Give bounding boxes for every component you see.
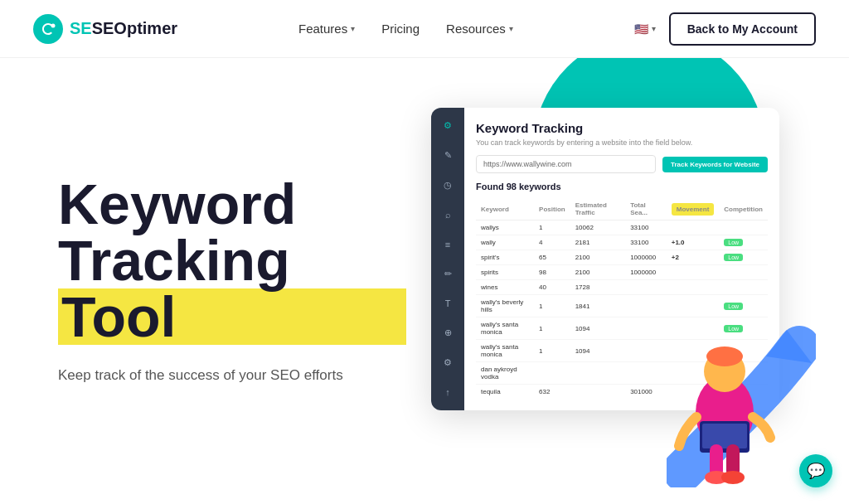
sidebar-pencil-icon: ✏	[439, 266, 456, 283]
lang-chevron-icon: ▾	[652, 24, 656, 33]
back-to-account-button[interactable]: Back to My Account	[669, 12, 816, 46]
logo[interactable]: SESEOptimerSEOptimer	[33, 14, 177, 44]
main-content: Keyword Tracking Tool Keep track of the …	[0, 58, 849, 504]
hero-left: Keyword Tracking Tool Keep track of the …	[58, 176, 406, 386]
logo-text: SESEOptimerSEOptimer	[70, 19, 177, 38]
sidebar-search-icon: ⚙	[439, 118, 456, 134]
header: SESEOptimerSEOptimer Features ▾ Pricing …	[0, 0, 849, 58]
nav-resources[interactable]: Resources ▾	[446, 22, 513, 36]
card-subtitle: You can track keywords by entering a web…	[476, 138, 768, 147]
sidebar-chart-icon: ◷	[439, 177, 456, 193]
svg-point-4	[706, 346, 743, 366]
card-title: Keyword Tracking	[476, 121, 768, 135]
table-row: wally4218133100+1.0Low	[476, 235, 768, 250]
main-nav: Features ▾ Pricing Resources ▾	[298, 22, 513, 36]
search-bar: https://www.wallywine.com Track Keywords…	[476, 155, 768, 173]
hero-title-line2-text: Tracking	[58, 229, 290, 292]
card-sidebar: ⚙ ✎ ◷ ⌕ ≡ ✏ T ⊕ ⚙ ↑	[431, 108, 464, 410]
nav-pricing[interactable]: Pricing	[381, 22, 420, 36]
col-competition: Competition	[719, 198, 768, 220]
chat-bubble-button[interactable]: 💬	[799, 454, 832, 487]
url-input[interactable]: https://www.wallywine.com	[476, 155, 656, 173]
sidebar-text-icon: T	[439, 295, 456, 312]
hero-subtitle: Keep track of the success of your SEO ef…	[58, 365, 406, 386]
hero-title-line3: Tool	[58, 288, 406, 345]
language-selector[interactable]: 🇺🇸 ▾	[634, 22, 656, 36]
features-chevron-icon: ▾	[351, 24, 355, 33]
col-keyword: Keyword	[476, 198, 534, 220]
sidebar-edit-icon: ✎	[439, 148, 456, 164]
character-illustration	[658, 313, 791, 496]
svg-rect-6	[702, 424, 747, 448]
track-keywords-button[interactable]: Track Keywords for Website	[662, 157, 768, 172]
header-right: 🇺🇸 ▾ Back to My Account	[634, 12, 816, 46]
table-row: wallys11006233100	[476, 220, 768, 235]
sidebar-globe-icon: ⊕	[439, 325, 456, 342]
table-row: spirits9821001000000	[476, 265, 768, 280]
flag-icon: 🇺🇸	[634, 22, 648, 36]
hero-title: Keyword Tracking Tool	[58, 176, 406, 345]
hero-title-line2: Tracking	[58, 232, 406, 288]
table-row: wines401728	[476, 280, 768, 295]
found-keywords-text: Found 98 keywords	[476, 182, 768, 191]
chat-icon: 💬	[807, 462, 825, 480]
nav-features[interactable]: Features ▾	[298, 22, 355, 36]
svg-point-0	[51, 23, 56, 27]
col-movement: Movement	[667, 198, 720, 220]
hero-right: ⚙ ✎ ◷ ⌕ ≡ ✏ T ⊕ ⚙ ↑ Keyword Tracking You…	[406, 58, 799, 504]
col-position: Position	[534, 198, 570, 220]
sidebar-gear-icon: ⚙	[439, 355, 456, 371]
sidebar-upload-icon: ↑	[439, 384, 456, 400]
logo-icon	[33, 14, 63, 44]
sidebar-bar-icon: ≡	[439, 236, 456, 253]
resources-chevron-icon: ▾	[509, 24, 513, 33]
hero-title-line1: Keyword	[58, 176, 406, 232]
svg-point-10	[721, 471, 745, 484]
sidebar-magnify-icon: ⌕	[439, 206, 456, 223]
table-row: spirit's6521001000000+2Low	[476, 250, 768, 265]
col-total: Total Sea...	[625, 198, 667, 220]
col-traffic: Estimated Traffic	[570, 198, 625, 220]
